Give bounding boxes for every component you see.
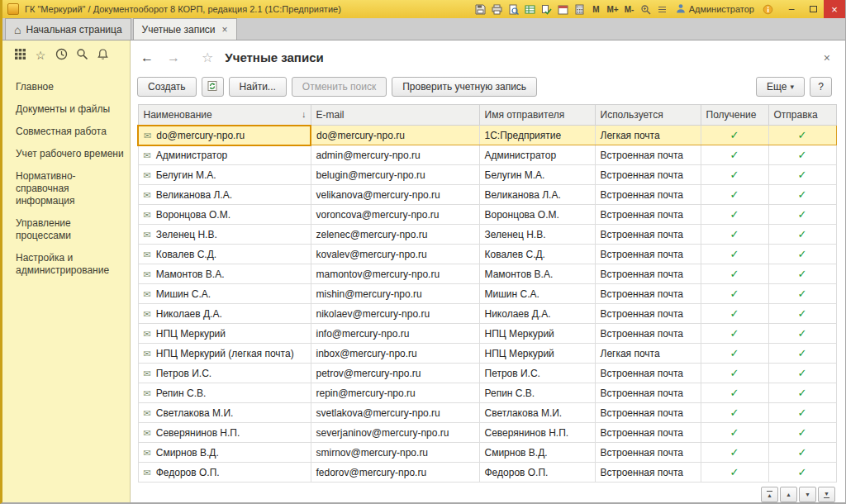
tab-home-page[interactable]: ⌂ Начальная страница <box>5 18 131 40</box>
table-row[interactable]: ✉Федоров О.П. fedorov@mercury-npo.ru Фед… <box>138 463 836 483</box>
column-header-name[interactable]: Наименование↓ <box>138 105 311 126</box>
scroll-up-button[interactable]: ▲ <box>780 487 797 502</box>
column-header-send[interactable]: Отправка <box>768 105 836 126</box>
spreadsheet-button[interactable] <box>521 2 538 17</box>
column-header-sender[interactable]: Имя отправителя <box>479 105 595 126</box>
account-used[interactable]: Легкая почта <box>595 126 701 145</box>
table-row[interactable]: ✉do@mercury-npo.ru do@mercury-npo.ru 1С:… <box>138 126 836 145</box>
table-row[interactable]: ✉Петров И.С. petrov@mercury-npo.ru Петро… <box>138 364 836 383</box>
help-button[interactable]: ? <box>810 77 832 97</box>
account-email[interactable]: inbox@mercury-npo.ru <box>311 344 479 364</box>
column-header-email[interactable]: E-mail <box>311 105 479 126</box>
calendar-button[interactable] <box>554 2 571 17</box>
account-used[interactable]: Встроенная почта <box>595 264 701 284</box>
account-sender[interactable]: Северянинов Н.П. <box>479 423 595 443</box>
current-user[interactable]: Администратор <box>671 3 759 15</box>
scroll-top-button[interactable]: ▲ <box>761 487 778 502</box>
account-email[interactable]: belugin@mercury-npo.ru <box>311 165 479 185</box>
account-used[interactable]: Встроенная почта <box>595 225 701 245</box>
table-row[interactable]: ✉Зеленец Н.В. zelenec@mercury-npo.ru Зел… <box>138 225 836 245</box>
back-button[interactable]: ← <box>137 51 157 64</box>
account-email[interactable]: admin@mercury-npo.ru <box>311 145 479 165</box>
account-used[interactable]: Встроенная почта <box>595 185 701 205</box>
table-row[interactable]: ✉Смирнов В.Д. smirnov@mercury-npo.ru Сми… <box>138 443 836 463</box>
account-sender[interactable]: НПЦ Меркурий <box>479 324 595 344</box>
table-row[interactable]: ✉Великанова Л.А. velikanova@mercury-npo.… <box>138 185 836 205</box>
account-sender[interactable]: Ковалев С.Д. <box>479 245 595 264</box>
table-row[interactable]: ✉Администратор admin@mercury-npo.ru Адми… <box>138 145 836 165</box>
account-sender[interactable]: Смирнов В.Д. <box>479 443 595 463</box>
account-sender[interactable]: Мишин С.А. <box>479 284 595 304</box>
table-row[interactable]: ✉Мамонтов В.А. mamontov@mercury-npo.ru М… <box>138 264 836 284</box>
account-email[interactable]: voroncova@mercury-npo.ru <box>311 205 479 225</box>
calculator-button[interactable] <box>571 2 587 17</box>
account-email[interactable]: fedorov@mercury-npo.ru <box>311 463 479 483</box>
account-email[interactable]: nikolaev@mercury-npo.ru <box>311 304 479 324</box>
scroll-bottom-button[interactable]: ▼ <box>818 487 835 502</box>
compare-button[interactable] <box>538 2 554 17</box>
search-button[interactable] <box>75 49 88 62</box>
memory-m-minus-button[interactable]: M- <box>621 2 638 17</box>
account-used[interactable]: Встроенная почта <box>595 403 701 423</box>
account-used[interactable]: Встроенная почта <box>595 145 701 165</box>
zoom-button[interactable] <box>638 2 654 17</box>
account-email[interactable]: kovalev@mercury-npo.ru <box>311 245 479 264</box>
account-sender[interactable]: Репин С.В. <box>479 383 595 403</box>
account-email[interactable]: do@mercury-npo.ru <box>311 126 479 145</box>
minimize-button[interactable]: – <box>781 0 802 18</box>
table-row[interactable]: ✉Белугин М.А. belugin@mercury-npo.ru Бел… <box>138 165 836 185</box>
create-copy-button[interactable] <box>202 77 224 97</box>
account-email[interactable]: smirnov@mercury-npo.ru <box>311 443 479 463</box>
save-button[interactable] <box>472 2 488 17</box>
sidebar-item-main[interactable]: Главное <box>16 76 125 98</box>
account-used[interactable]: Встроенная почта <box>595 324 701 344</box>
account-used[interactable]: Встроенная почта <box>595 245 701 264</box>
add-favorite-star-icon[interactable]: ☆ <box>202 50 213 65</box>
account-sender[interactable]: Мамонтов В.А. <box>479 264 595 284</box>
table-row[interactable]: ✉Ковалев С.Д. kovalev@mercury-npo.ru Ков… <box>138 245 836 264</box>
sidebar-item-collaboration[interactable]: Совместная работа <box>16 121 125 143</box>
check-account-button[interactable]: Проверить учетную запись <box>392 77 537 97</box>
account-sender[interactable]: Великанова Л.А. <box>479 185 595 205</box>
account-email[interactable]: zelenec@mercury-npo.ru <box>311 225 479 245</box>
scroll-down-button[interactable]: ▼ <box>799 487 816 502</box>
account-sender[interactable]: НПЦ Меркурий <box>479 344 595 364</box>
history-button[interactable] <box>55 49 68 62</box>
sidebar-item-time-tracking[interactable]: Учет рабочего времени <box>16 143 125 165</box>
account-used[interactable]: Встроенная почта <box>595 304 701 324</box>
account-used[interactable]: Встроенная почта <box>595 423 701 443</box>
account-used[interactable]: Встроенная почта <box>595 284 701 304</box>
service-list-button[interactable] <box>654 2 671 17</box>
account-sender[interactable]: Воронцова О.М. <box>479 205 595 225</box>
account-used[interactable]: Встроенная почта <box>595 463 701 483</box>
account-sender[interactable]: Зеленец Н.В. <box>479 225 595 245</box>
memory-m-plus-button[interactable]: M+ <box>604 2 620 17</box>
table-row[interactable]: ✉НПЦ Меркурий (легкая почта) inbox@mercu… <box>138 344 836 364</box>
close-window-button[interactable]: × <box>824 0 845 18</box>
sidebar-item-reference-info[interactable]: Нормативно-справочная информация <box>16 165 125 212</box>
find-button[interactable]: Найти... <box>229 77 287 97</box>
account-used[interactable]: Встроенная почта <box>595 364 701 383</box>
table-row[interactable]: ✉Воронцова О.М. voroncova@mercury-npo.ru… <box>138 205 836 225</box>
account-email[interactable]: mamontov@mercury-npo.ru <box>311 264 479 284</box>
table-row[interactable]: ✉НПЦ Меркурий info@mercury-npo.ru НПЦ Ме… <box>138 324 836 344</box>
account-email[interactable]: info@mercury-npo.ru <box>311 324 479 344</box>
account-email[interactable]: petrov@mercury-npo.ru <box>311 364 479 383</box>
account-email[interactable]: mishin@mercury-npo.ru <box>311 284 479 304</box>
notifications-button[interactable] <box>96 49 109 62</box>
account-sender[interactable]: Петров И.С. <box>479 364 595 383</box>
more-button[interactable]: Еще▾ <box>756 77 805 97</box>
column-header-used[interactable]: Используется <box>595 105 701 126</box>
account-used[interactable]: Встроенная почта <box>595 165 701 185</box>
account-sender[interactable]: Николаев Д.А. <box>479 304 595 324</box>
account-used[interactable]: Встроенная почта <box>595 443 701 463</box>
account-used[interactable]: Легкая почта <box>595 344 701 364</box>
sidebar-item-documents-files[interactable]: Документы и файлы <box>16 98 125 121</box>
tab-accounts[interactable]: Учетные записи × <box>133 18 237 40</box>
account-email[interactable]: severjaninov@mercury-npo.ru <box>311 423 479 443</box>
tab-close-icon[interactable]: × <box>222 24 228 36</box>
account-email[interactable]: repin@mercury-npo.ru <box>311 383 479 403</box>
menu-grid-button[interactable] <box>13 49 26 62</box>
account-used[interactable]: Встроенная почта <box>595 205 701 225</box>
account-email[interactable]: svetlakova@mercury-npo.ru <box>311 403 479 423</box>
